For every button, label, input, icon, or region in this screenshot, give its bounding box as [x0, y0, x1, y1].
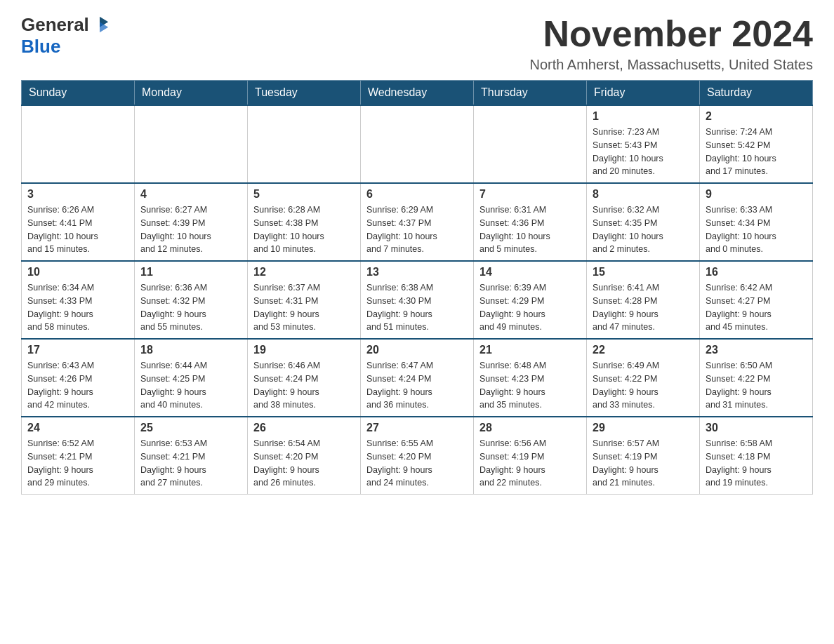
- day-number: 29: [593, 422, 694, 434]
- day-number: 12: [253, 266, 355, 279]
- calendar-cell: 12Sunrise: 6:37 AM Sunset: 4:31 PM Dayli…: [248, 261, 361, 339]
- calendar-cell: [135, 105, 248, 183]
- day-number: 1: [593, 110, 694, 123]
- calendar-cell: 9Sunrise: 6:33 AM Sunset: 4:34 PM Daylig…: [700, 183, 813, 261]
- week-row-3: 10Sunrise: 6:34 AM Sunset: 4:33 PM Dayli…: [22, 261, 813, 339]
- day-info: Sunrise: 7:23 AM Sunset: 5:43 PM Dayligh…: [593, 126, 694, 178]
- calendar-cell: 22Sunrise: 6:49 AM Sunset: 4:22 PM Dayli…: [587, 339, 700, 417]
- day-number: 14: [479, 266, 581, 279]
- day-info: Sunrise: 6:54 AM Sunset: 4:20 PM Dayligh…: [253, 437, 355, 490]
- logo-blue: Blue: [21, 36, 60, 58]
- month-year-title: November 2024: [529, 14, 813, 54]
- day-info: Sunrise: 6:53 AM Sunset: 4:21 PM Dayligh…: [140, 437, 241, 490]
- day-number: 22: [593, 344, 694, 356]
- calendar-cell: 17Sunrise: 6:43 AM Sunset: 4:26 PM Dayli…: [22, 339, 135, 417]
- logo: General Blue: [21, 14, 110, 58]
- calendar-cell: 29Sunrise: 6:57 AM Sunset: 4:19 PM Dayli…: [587, 417, 700, 495]
- day-number: 30: [706, 422, 807, 434]
- day-info: Sunrise: 6:36 AM Sunset: 4:32 PM Dayligh…: [140, 281, 241, 334]
- calendar-cell: 27Sunrise: 6:55 AM Sunset: 4:20 PM Dayli…: [361, 417, 474, 495]
- day-number: 19: [253, 344, 355, 356]
- logo-general: General: [21, 14, 89, 36]
- calendar-cell: 5Sunrise: 6:28 AM Sunset: 4:38 PM Daylig…: [248, 183, 361, 261]
- day-info: Sunrise: 6:46 AM Sunset: 4:24 PM Dayligh…: [253, 359, 355, 412]
- calendar-cell: [474, 105, 587, 183]
- day-header-friday: Friday: [587, 81, 700, 106]
- day-info: Sunrise: 6:27 AM Sunset: 4:39 PM Dayligh…: [140, 203, 241, 256]
- day-info: Sunrise: 6:52 AM Sunset: 4:21 PM Dayligh…: [27, 437, 128, 490]
- calendar-cell: 10Sunrise: 6:34 AM Sunset: 4:33 PM Dayli…: [22, 261, 135, 339]
- calendar-cell: 7Sunrise: 6:31 AM Sunset: 4:36 PM Daylig…: [474, 183, 587, 261]
- day-number: 27: [366, 422, 468, 434]
- day-info: Sunrise: 6:38 AM Sunset: 4:30 PM Dayligh…: [366, 281, 468, 334]
- day-number: 17: [27, 344, 128, 356]
- day-info: Sunrise: 6:39 AM Sunset: 4:29 PM Dayligh…: [479, 281, 581, 334]
- day-number: 23: [706, 344, 807, 356]
- day-number: 13: [366, 266, 468, 279]
- location-subtitle: North Amherst, Massachusetts, United Sta…: [529, 57, 813, 73]
- calendar-cell: 4Sunrise: 6:27 AM Sunset: 4:39 PM Daylig…: [135, 183, 248, 261]
- title-area: November 2024 North Amherst, Massachuset…: [529, 14, 813, 73]
- day-info: Sunrise: 6:58 AM Sunset: 4:18 PM Dayligh…: [706, 437, 807, 490]
- day-info: Sunrise: 6:32 AM Sunset: 4:35 PM Dayligh…: [593, 203, 694, 256]
- week-row-5: 24Sunrise: 6:52 AM Sunset: 4:21 PM Dayli…: [22, 417, 813, 495]
- day-number: 8: [593, 188, 694, 201]
- day-info: Sunrise: 6:47 AM Sunset: 4:24 PM Dayligh…: [366, 359, 468, 412]
- header: General Blue November 2024 North Amherst…: [21, 14, 813, 73]
- day-number: 15: [593, 266, 694, 279]
- calendar-cell: 3Sunrise: 6:26 AM Sunset: 4:41 PM Daylig…: [22, 183, 135, 261]
- day-info: Sunrise: 6:29 AM Sunset: 4:37 PM Dayligh…: [366, 203, 468, 256]
- day-header-sunday: Sunday: [22, 81, 135, 106]
- day-info: Sunrise: 6:48 AM Sunset: 4:23 PM Dayligh…: [479, 359, 581, 412]
- day-number: 11: [140, 266, 241, 279]
- day-number: 9: [706, 188, 807, 201]
- calendar-cell: 21Sunrise: 6:48 AM Sunset: 4:23 PM Dayli…: [474, 339, 587, 417]
- day-number: 2: [706, 110, 807, 123]
- day-header-saturday: Saturday: [700, 81, 813, 106]
- calendar-cell: 24Sunrise: 6:52 AM Sunset: 4:21 PM Dayli…: [22, 417, 135, 495]
- day-info: Sunrise: 6:37 AM Sunset: 4:31 PM Dayligh…: [253, 281, 355, 334]
- day-info: Sunrise: 6:28 AM Sunset: 4:38 PM Dayligh…: [253, 203, 355, 256]
- calendar-cell: 25Sunrise: 6:53 AM Sunset: 4:21 PM Dayli…: [135, 417, 248, 495]
- day-number: 4: [140, 188, 241, 201]
- day-info: Sunrise: 6:41 AM Sunset: 4:28 PM Dayligh…: [593, 281, 694, 334]
- calendar-table: SundayMondayTuesdayWednesdayThursdayFrid…: [21, 80, 813, 495]
- day-number: 24: [27, 422, 128, 434]
- day-info: Sunrise: 6:49 AM Sunset: 4:22 PM Dayligh…: [593, 359, 694, 412]
- day-info: Sunrise: 6:33 AM Sunset: 4:34 PM Dayligh…: [706, 203, 807, 256]
- day-number: 5: [253, 188, 355, 201]
- calendar-cell: 30Sunrise: 6:58 AM Sunset: 4:18 PM Dayli…: [700, 417, 813, 495]
- day-number: 10: [27, 266, 128, 279]
- logo-text: General: [21, 14, 110, 36]
- calendar-cell: 28Sunrise: 6:56 AM Sunset: 4:19 PM Dayli…: [474, 417, 587, 495]
- day-header-wednesday: Wednesday: [361, 81, 474, 106]
- day-number: 7: [479, 188, 581, 201]
- calendar-cell: [22, 105, 135, 183]
- day-info: Sunrise: 6:26 AM Sunset: 4:41 PM Dayligh…: [27, 203, 128, 256]
- day-number: 25: [140, 422, 241, 434]
- day-info: Sunrise: 6:43 AM Sunset: 4:26 PM Dayligh…: [27, 359, 128, 412]
- day-number: 18: [140, 344, 241, 356]
- calendar-cell: [248, 105, 361, 183]
- day-info: Sunrise: 6:42 AM Sunset: 4:27 PM Dayligh…: [706, 281, 807, 334]
- days-header-row: SundayMondayTuesdayWednesdayThursdayFrid…: [22, 81, 813, 106]
- day-info: Sunrise: 6:44 AM Sunset: 4:25 PM Dayligh…: [140, 359, 241, 412]
- day-header-monday: Monday: [135, 81, 248, 106]
- calendar-cell: 13Sunrise: 6:38 AM Sunset: 4:30 PM Dayli…: [361, 261, 474, 339]
- day-info: Sunrise: 6:55 AM Sunset: 4:20 PM Dayligh…: [366, 437, 468, 490]
- calendar-cell: [361, 105, 474, 183]
- day-number: 3: [27, 188, 128, 201]
- calendar-cell: 6Sunrise: 6:29 AM Sunset: 4:37 PM Daylig…: [361, 183, 474, 261]
- week-row-1: 1Sunrise: 7:23 AM Sunset: 5:43 PM Daylig…: [22, 105, 813, 183]
- day-info: Sunrise: 7:24 AM Sunset: 5:42 PM Dayligh…: [706, 126, 807, 178]
- week-row-2: 3Sunrise: 6:26 AM Sunset: 4:41 PM Daylig…: [22, 183, 813, 261]
- day-number: 28: [479, 422, 581, 434]
- day-number: 6: [366, 188, 468, 201]
- calendar-cell: 19Sunrise: 6:46 AM Sunset: 4:24 PM Dayli…: [248, 339, 361, 417]
- day-info: Sunrise: 6:50 AM Sunset: 4:22 PM Dayligh…: [706, 359, 807, 412]
- day-number: 20: [366, 344, 468, 356]
- day-info: Sunrise: 6:57 AM Sunset: 4:19 PM Dayligh…: [593, 437, 694, 490]
- calendar-cell: 26Sunrise: 6:54 AM Sunset: 4:20 PM Dayli…: [248, 417, 361, 495]
- calendar-cell: 23Sunrise: 6:50 AM Sunset: 4:22 PM Dayli…: [700, 339, 813, 417]
- day-info: Sunrise: 6:34 AM Sunset: 4:33 PM Dayligh…: [27, 281, 128, 334]
